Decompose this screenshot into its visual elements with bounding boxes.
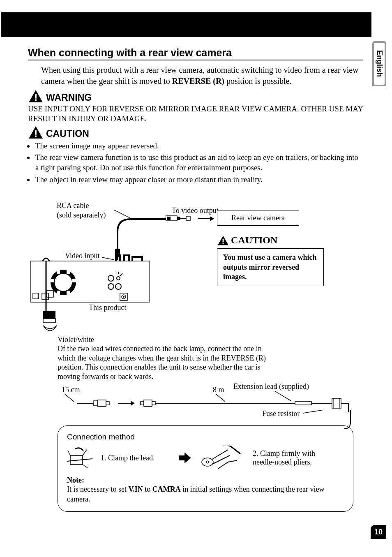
intro-paragraph: When using this product with a rear view… (41, 65, 363, 87)
svg-rect-6 (167, 217, 171, 220)
this-product-label: This product (89, 303, 127, 312)
warning-text: USE INPUT ONLY FOR REVERSE OR MIRROR IMA… (28, 104, 363, 124)
svg-line-40 (65, 394, 74, 402)
svg-point-26 (115, 284, 121, 289)
language-label: English (375, 50, 384, 77)
rear-view-camera-box: Rear view camera (217, 210, 299, 226)
length-8m: 8 m (213, 385, 224, 395)
svg-point-29 (123, 296, 125, 298)
label-line (303, 410, 324, 416)
svg-point-25 (108, 284, 114, 289)
svg-line-59 (303, 410, 324, 413)
intro-text-post: position is possible. (224, 76, 291, 86)
label-line (62, 394, 78, 402)
bullet-item: The object in rear view may appear close… (35, 175, 363, 185)
violet-white-label: Violet/white (58, 335, 94, 344)
length-15cm: 15 cm (62, 385, 80, 395)
svg-rect-44 (94, 401, 98, 406)
extension-lead-label: Extension lead (supplied) (233, 382, 309, 391)
svg-point-22 (117, 277, 120, 280)
section-title: When connecting with a rear view camera (28, 47, 232, 58)
page-number: 10 (371, 525, 386, 539)
svg-rect-16 (67, 268, 70, 274)
svg-rect-45 (98, 400, 106, 407)
diagram-caution-block: CAUTION You must use a camera which outp… (217, 235, 324, 286)
svg-rect-48 (141, 402, 144, 405)
arrow-right-icon (179, 453, 191, 463)
warning-icon (28, 89, 44, 103)
violet-white-desc: Of the two lead wires connected to the b… (58, 344, 279, 381)
note-text: It is necessary to set V.IN to CAMRA in … (67, 485, 344, 504)
fuse-resistor-label: Fuse resistor (262, 409, 300, 418)
svg-rect-1 (35, 99, 37, 101)
svg-rect-46 (106, 402, 109, 405)
intro-text-bold: REVERSE (R) (172, 76, 224, 86)
svg-point-63 (206, 461, 209, 463)
svg-rect-3 (35, 135, 37, 137)
svg-rect-34 (223, 243, 224, 244)
clamp-step2-icon (199, 446, 244, 470)
caution-header: CAUTION (28, 125, 363, 139)
header-black-bar (1, 12, 371, 37)
svg-rect-9 (186, 216, 190, 220)
rca-plug-icon (166, 214, 215, 223)
wiring-diagram: RCA cable(sold separately) To video outp… (28, 197, 363, 509)
warning-header: WARNING (28, 89, 363, 103)
caution-icon (28, 125, 44, 139)
caution-bullet-list: The screen image may appear reversed. Th… (35, 141, 363, 185)
svg-rect-39 (43, 319, 55, 323)
note-label: Note: (67, 476, 344, 485)
section-title-row: When connecting with a rear view camera (28, 47, 363, 60)
step2-text: 2. Clamp firmly with needle-nosed pliers… (253, 449, 327, 467)
svg-rect-33 (223, 238, 224, 242)
svg-line-24 (120, 273, 122, 276)
bullet-item: The screen image may appear reversed. (35, 141, 363, 151)
svg-point-21 (108, 275, 114, 281)
language-tab: English (372, 41, 386, 86)
caution-icon (217, 235, 229, 246)
svg-rect-38 (43, 311, 55, 319)
svg-rect-54 (332, 398, 341, 408)
caution-label: CAUTION (46, 128, 89, 139)
svg-rect-20 (72, 279, 78, 282)
svg-rect-50 (152, 402, 155, 405)
rca-cable-label: RCA cable(sold separately) (57, 201, 106, 220)
svg-rect-30 (33, 293, 39, 299)
svg-rect-49 (144, 400, 152, 407)
warning-label: WARNING (46, 92, 92, 103)
svg-rect-18 (67, 291, 70, 296)
lead-hook-icon (344, 410, 357, 430)
bullet-item: The rear view camera function is to use … (35, 153, 363, 173)
connection-method-title: Connection method (67, 432, 344, 441)
svg-rect-7 (177, 217, 180, 220)
svg-rect-2 (35, 130, 37, 134)
svg-rect-0 (35, 94, 37, 98)
connection-method-box: Connection method 1. Clamp the lead. (58, 425, 353, 512)
step1-text: 1. Clamp the lead. (101, 454, 171, 462)
lead-wire-icon (42, 254, 67, 336)
clamp-step1-icon (67, 446, 92, 469)
diagram-caution-body: You must use a camera which outputs mirr… (217, 248, 324, 286)
svg-rect-52 (295, 402, 311, 405)
